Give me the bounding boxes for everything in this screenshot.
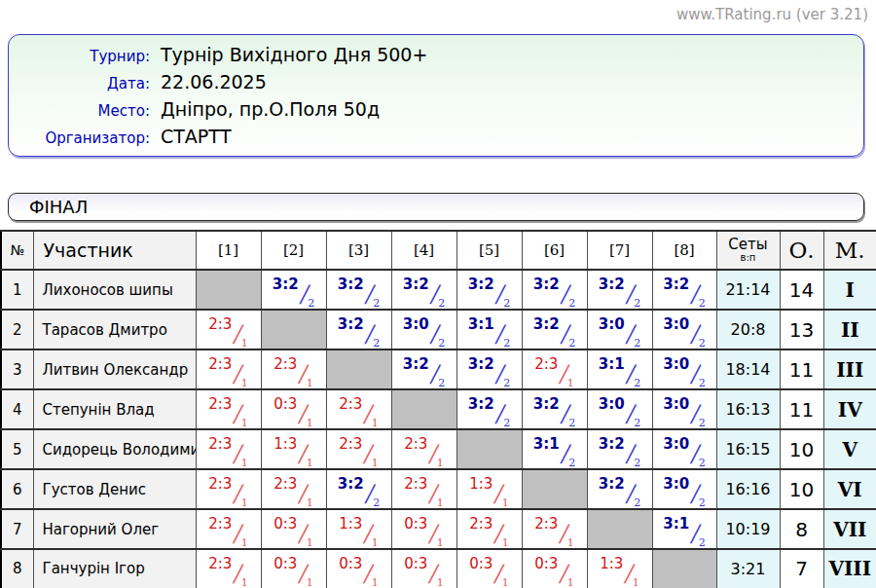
fraction-slash-icon: / (690, 280, 697, 308)
match-score: 2:3 (208, 515, 232, 533)
cell-result: 0:3/1 (326, 549, 391, 588)
fraction-slash-icon: / (233, 360, 239, 387)
match-score: 3:2 (663, 276, 689, 293)
games-won: 2 (634, 496, 640, 509)
col-header-place: М. (823, 231, 876, 270)
cell-result-self (326, 349, 391, 389)
results-table: №Участник[1][2][3][4][5][6][7][8]Сетыв:п… (0, 230, 876, 588)
fraction-slash-icon: / (559, 520, 566, 547)
table-row: 5Сидорець Володимир2:3/11:3/12:3/12:3/13… (1, 429, 876, 469)
match-score: 1:3 (339, 515, 362, 533)
cell-result: 3:1/2 (456, 310, 522, 349)
cell-result: 3:2/2 (587, 469, 652, 509)
match-score: 2:3 (208, 315, 232, 333)
games-won: 2 (438, 337, 445, 349)
cell-result: 2:3/1 (196, 389, 261, 429)
games-won: 1 (437, 536, 444, 549)
match-score: 3:0 (663, 315, 689, 333)
match-score: 2:3 (208, 355, 232, 373)
cell-number: 5 (1, 429, 33, 469)
fraction-slash-icon: / (690, 400, 697, 427)
games-won: 2 (634, 377, 640, 389)
cell-result: 0:3/1 (391, 509, 456, 549)
cell-result: 1:3/1 (456, 469, 522, 509)
cell-sets: 16:15 (716, 429, 780, 469)
fraction-slash-icon: / (626, 360, 633, 387)
match-score: 2:3 (274, 475, 297, 493)
sets-header-sublabel: в:п (717, 253, 780, 264)
cell-result: 3:2/2 (522, 389, 587, 429)
table-row: 2Тарасов Дмитро2:3/13:2/23:0/23:1/23:2/2… (1, 310, 876, 349)
fraction-slash-icon: / (298, 400, 305, 427)
table-row: 6Густов Денис2:3/12:3/13:2/22:3/11:3/13:… (1, 469, 876, 509)
cell-player-name: Густов Денис (33, 469, 196, 509)
tournament-info-panel: Турнир: Турнір Вихідного Дня 500+ Дата: … (8, 34, 864, 157)
cell-result: 2:3/1 (196, 509, 261, 549)
info-label-date: Дата: (9, 75, 150, 92)
games-won: 2 (568, 457, 575, 469)
fraction-slash-icon: / (495, 320, 502, 348)
cell-result: 2:3/1 (196, 549, 261, 588)
games-won: 2 (568, 337, 575, 349)
cell-number: 7 (1, 509, 33, 549)
info-value-tournament: Турнір Вихідного Дня 500+ (161, 44, 427, 65)
cell-result: 0:3/1 (261, 549, 326, 588)
cell-player-name: Лихоносов шипы (33, 270, 196, 310)
match-score: 0:3 (339, 555, 362, 572)
match-score: 3:2 (468, 355, 494, 373)
games-won: 2 (503, 297, 510, 310)
col-header-round-3: [3] (326, 231, 391, 270)
cell-place: III (823, 349, 876, 389)
fraction-slash-icon: / (428, 520, 435, 547)
fraction-slash-icon: / (300, 280, 307, 308)
match-score: 2:3 (404, 475, 427, 493)
match-score: 2:3 (208, 555, 232, 572)
games-won: 1 (307, 576, 313, 588)
match-score: 2:3 (274, 355, 297, 373)
match-score: 2:3 (339, 395, 362, 413)
info-row-organizer: Организатор: СТАРТТ (9, 126, 863, 153)
games-won: 2 (568, 297, 575, 310)
match-score: 2:3 (534, 355, 558, 373)
match-score: 1:3 (469, 475, 493, 493)
cell-result: 2:3/1 (522, 349, 587, 389)
games-won: 2 (503, 377, 510, 389)
table-header-row: №Участник[1][2][3][4][5][6][7][8]Сетыв:п… (1, 231, 876, 270)
games-won: 1 (307, 457, 313, 469)
fraction-slash-icon: / (690, 320, 697, 348)
match-score: 2:3 (404, 435, 427, 453)
fraction-slash-icon: / (624, 560, 631, 587)
games-won: 1 (241, 457, 248, 469)
cell-result: 2:3/1 (196, 429, 261, 469)
cell-sets: 3:21 (716, 549, 780, 588)
games-won: 1 (307, 417, 313, 429)
cell-result: 3:0/2 (652, 389, 716, 429)
games-won: 2 (438, 297, 445, 310)
cell-result: 3:1/2 (652, 509, 716, 549)
games-won: 1 (307, 377, 313, 389)
fraction-slash-icon: / (495, 400, 502, 427)
fraction-slash-icon: / (430, 360, 437, 387)
games-won: 2 (699, 377, 706, 389)
cell-result: 3:0/2 (652, 310, 716, 349)
fraction-slash-icon: / (561, 440, 567, 467)
games-won: 1 (372, 457, 379, 469)
cell-result: 3:2/2 (326, 310, 391, 349)
fraction-slash-icon: / (690, 520, 697, 547)
fraction-slash-icon: / (493, 560, 500, 587)
sets-header-label: Сеты (717, 238, 780, 253)
cell-result: 1:3/1 (326, 509, 391, 549)
table-row: 3Литвин Олександр2:3/12:3/13:2/23:2/22:3… (1, 349, 876, 389)
cell-sets: 10:19 (716, 509, 780, 549)
fraction-slash-icon: / (428, 560, 435, 587)
match-score: 3:1 (533, 435, 560, 453)
cell-result: 3:2/2 (456, 389, 522, 429)
fraction-slash-icon: / (690, 360, 697, 387)
table-body: 1Лихоносов шипы3:2/23:2/23:2/23:2/23:2/2… (1, 270, 876, 588)
match-score: 0:3 (274, 395, 297, 413)
games-won: 2 (568, 417, 575, 429)
cell-result: 3:2/2 (652, 270, 716, 310)
match-score: 3:0 (599, 315, 625, 333)
fraction-slash-icon: / (365, 280, 372, 308)
match-score: 3:0 (663, 475, 689, 493)
